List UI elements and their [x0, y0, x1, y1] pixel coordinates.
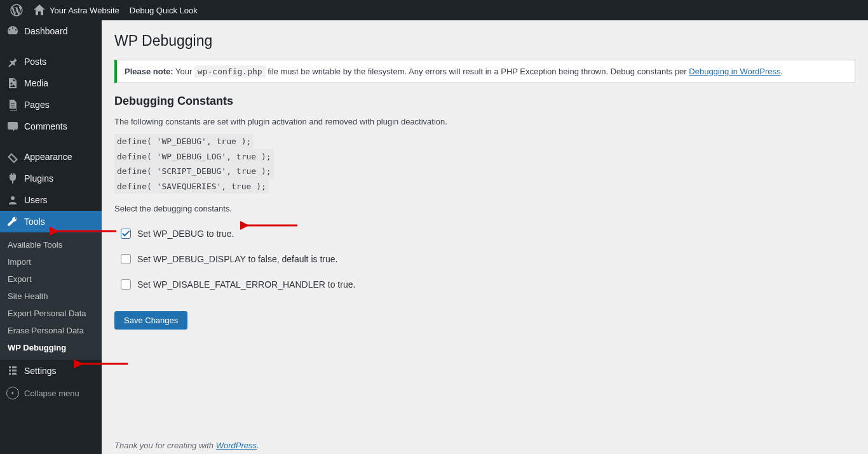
check-wp-debug: Set WP_DEBUG to true. [114, 229, 855, 239]
checkbox-wp-debug[interactable] [121, 229, 131, 239]
wordpress-icon [10, 4, 23, 17]
debug-quick-look-link[interactable]: Debug Quick Look [125, 0, 203, 20]
submenu-site-health[interactable]: Site Health [0, 288, 102, 305]
site-home-link[interactable]: Your Astra Website [28, 0, 125, 20]
collapse-icon [6, 387, 19, 399]
notice-code: wp-config.php [194, 65, 266, 77]
sidebar-item-settings[interactable]: Settings [0, 360, 102, 382]
users-icon [6, 194, 19, 206]
checkbox-fatal-error-handler[interactable] [121, 279, 131, 290]
sidebar-item-dashboard[interactable]: Dashboard [0, 20, 102, 42]
admin-sidebar: Dashboard Posts Media Pages Comments App… [0, 20, 102, 454]
submenu-export-personal-data[interactable]: Export Personal Data [0, 305, 102, 322]
code-line: define( 'WP_DEBUG_LOG', true ); [114, 149, 274, 164]
check-label: Set WP_DEBUG_DISPLAY to false, default i… [137, 254, 337, 264]
admin-bar: Your Astra Website Debug Quick Look [0, 0, 868, 20]
footer-wp-link[interactable]: WordPress [216, 441, 257, 450]
notice-link[interactable]: Debugging in WordPress [689, 67, 780, 76]
submenu-import[interactable]: Import [0, 253, 102, 270]
constants-code-block: define( 'WP_DEBUG', true ); define( 'WP_… [114, 134, 855, 194]
main-content: WP Debugging Please note: Your wp-config… [102, 20, 868, 454]
sidebar-item-pages[interactable]: Pages [0, 94, 102, 116]
notice-box: Please note: Your wp-config.php file mus… [114, 60, 855, 83]
code-line: define( 'WP_DEBUG', true ); [114, 134, 254, 149]
collapse-menu[interactable]: Collapse menu [0, 382, 102, 404]
pages-icon [6, 98, 19, 111]
media-icon [6, 77, 19, 90]
appearance-icon [6, 150, 19, 163]
dashboard-icon [6, 25, 19, 37]
sidebar-item-posts[interactable]: Posts [0, 51, 102, 72]
section-title: Debugging Constants [114, 95, 855, 108]
sidebar-item-tools[interactable]: Tools [0, 211, 102, 232]
pin-icon [6, 55, 19, 68]
select-prompt: Select the debugging constants. [114, 204, 855, 213]
submenu-wp-debugging[interactable]: WP Debugging [0, 339, 102, 356]
wp-logo-menu[interactable] [5, 0, 28, 20]
checkbox-wp-debug-display[interactable] [121, 254, 131, 264]
plugins-icon [6, 172, 19, 185]
comments-icon [6, 120, 19, 133]
sidebar-item-plugins[interactable]: Plugins [0, 168, 102, 189]
check-label: Set WP_DEBUG to true. [137, 229, 234, 239]
settings-icon [6, 364, 19, 377]
sidebar-item-media[interactable]: Media [0, 72, 102, 94]
submenu-erase-personal-data[interactable]: Erase Personal Data [0, 322, 102, 339]
check-wp-debug-display: Set WP_DEBUG_DISPLAY to false, default i… [114, 254, 855, 264]
tools-icon [6, 215, 19, 228]
site-name: Your Astra Website [50, 6, 119, 15]
page-title: WP Debugging [114, 27, 855, 52]
intro-text: The following constants are set with plu… [114, 117, 855, 126]
tools-submenu: Available Tools Import Export Site Healt… [0, 232, 102, 360]
footer-credit: Thank you for creating with WordPress. [114, 441, 259, 450]
code-line: define( 'SAVEQUERIES', true ); [114, 179, 269, 194]
sidebar-item-comments[interactable]: Comments [0, 116, 102, 137]
submenu-available-tools[interactable]: Available Tools [0, 236, 102, 253]
save-button[interactable]: Save Changes [114, 311, 187, 330]
sidebar-item-users[interactable]: Users [0, 189, 102, 211]
home-icon [33, 4, 46, 17]
check-fatal-error-handler: Set WP_DISABLE_FATAL_ERROR_HANDLER to tr… [114, 279, 855, 290]
notice-strong: Please note: [125, 67, 173, 76]
sidebar-item-appearance[interactable]: Appearance [0, 146, 102, 168]
check-label: Set WP_DISABLE_FATAL_ERROR_HANDLER to tr… [137, 279, 355, 290]
code-line: define( 'SCRIPT_DEBUG', true ); [114, 164, 274, 179]
submenu-export[interactable]: Export [0, 270, 102, 288]
